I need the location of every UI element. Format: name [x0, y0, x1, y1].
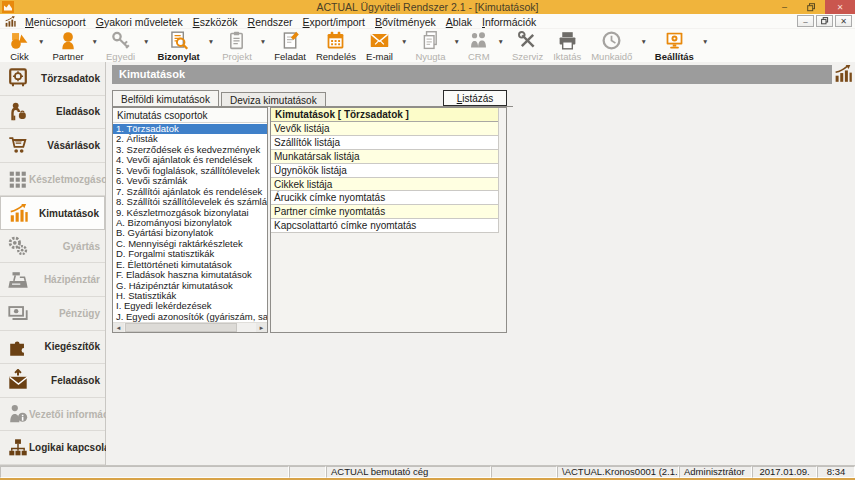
group-item-e-elettorteneti-kimutatasok[interactable]: E. Élettörténeti kimutatások	[113, 260, 267, 270]
dropdown-arrow-icon[interactable]: ▼	[398, 38, 410, 45]
group-item-5-vevoi-foglalasok-szallitolevelek[interactable]: 5. Vevői foglalások, szállítólevelek	[113, 166, 267, 176]
toolbar-e-mail[interactable]: E-mail	[361, 29, 398, 62]
app-logo-icon	[2, 1, 14, 13]
group-item-i-egyedi-lekerdezesek[interactable]: I. Egyedi lekérdezések	[113, 301, 267, 311]
sidebar-item-label: Gyártás	[63, 241, 100, 252]
scroll-left-icon[interactable]: ◄	[113, 323, 124, 332]
mdi-close-icon[interactable]: ✕	[835, 15, 852, 27]
minimize-icon[interactable]: –	[771, 0, 798, 14]
menu-rendszer[interactable]: Rendszer	[243, 16, 298, 28]
sidebar-item-logikai-kapcsolat[interactable]: Logikai kapcsolat	[0, 431, 105, 465]
sidebar-item-feladasok[interactable]: Feladások	[0, 364, 105, 398]
group-item-2-arlistak[interactable]: 2. Árlisták	[113, 134, 267, 144]
content-area: TörzsadatokEladásokVásárlásokKészletmozg…	[0, 62, 855, 465]
window-title: ACTUAL Ügyviteli Rendszer 2.1 - [Kimutat…	[0, 0, 855, 14]
sidebar-item-gyartas: Gyártás	[0, 230, 105, 264]
toolbar-crm: CRM	[463, 29, 495, 62]
report-item-munkatarsak-listaja[interactable]: Munkatársak listája	[271, 150, 498, 164]
mdi-restore-icon[interactable]	[816, 15, 833, 27]
group-item-6-vevoi-szamlak[interactable]: 6. Vevői számlák	[113, 176, 267, 186]
toolbar-munkaido: Munkaidő	[586, 29, 637, 62]
sidebar-item-kimutatasok[interactable]: Kimutatások	[0, 196, 105, 230]
sidebar-item-vezetoi-informacio: Vezetői információ	[0, 398, 105, 432]
notepad-pencil-icon	[280, 30, 301, 51]
dropdown-arrow-icon[interactable]: ▼	[140, 38, 152, 45]
sidebar-item-torzsadatok[interactable]: Törzsadatok	[0, 62, 105, 96]
menu-menucsoport[interactable]: Menücsoport	[20, 16, 91, 28]
dropdown-arrow-icon[interactable]: ▼	[699, 38, 711, 45]
report-item-ugynokok-listaja[interactable]: Ügynökök listája	[271, 164, 498, 178]
group-item-h-statisztikak[interactable]: H. Statisztikák	[113, 291, 267, 301]
sidebar-item-vasarlasok[interactable]: Vásárlások	[0, 129, 105, 163]
menu-bovitmenyek[interactable]: Bővítmények	[370, 16, 441, 28]
menu-items: MenücsoportGyakori műveletekEszközökRend…	[20, 12, 541, 30]
toolbar-bizonylat[interactable]: Bizonylat	[153, 29, 205, 62]
dropdown-arrow-icon[interactable]: ▼	[205, 38, 217, 45]
group-item-7-szallitoi-ajanlatok-es-rendelesek[interactable]: 7. Szállítói ajánlatok és rendelések	[113, 187, 267, 197]
tab-belfoldi-kimutatasok[interactable]: Belföldi kimutatások	[112, 90, 219, 107]
sidebar-item-keszletmozgasok: Készletmozgások	[0, 163, 105, 197]
group-item-b-gyartasi-bizonylatok[interactable]: B. Gyártási bizonylatok	[113, 228, 267, 238]
dropdown-arrow-icon[interactable]: ▼	[35, 38, 47, 45]
listazas-button[interactable]: Listázás	[443, 90, 507, 106]
toolbar-rendeles[interactable]: Rendelés	[311, 29, 361, 62]
dropdown-arrow-icon[interactable]: ▼	[257, 38, 269, 45]
dropdown-arrow-icon[interactable]: ▼	[451, 38, 463, 45]
sidebar-item-eladasok[interactable]: Eladások	[0, 96, 105, 130]
menu-eszkozok[interactable]: Eszközök	[188, 16, 243, 28]
report-item-cikkek-listaja[interactable]: Cikkek listája	[271, 178, 498, 192]
dropdown-arrow-icon[interactable]: ▼	[637, 38, 649, 45]
group-item-8-szallitoi-szallitolevelek-es-szamlak[interactable]: 8. Szállítói szállítólevelek és számlák	[113, 197, 267, 207]
cash-register-icon	[7, 268, 31, 292]
report-item-partner-cimke-nyomtatas[interactable]: Partner címke nyomtatás	[271, 205, 498, 219]
status-empty-3	[491, 466, 557, 478]
toolbar-feladat[interactable]: Feladat	[269, 29, 311, 62]
group-item-a-bizomanyosi-bizonylatok[interactable]: A. Bizományosi bizonylatok	[113, 218, 267, 228]
report-item-arucikk-cimke-nyomtatas[interactable]: Árucikk címke nyomtatás	[271, 191, 498, 205]
dropdown-arrow-icon[interactable]: ▼	[495, 38, 507, 45]
menu-export-import[interactable]: Export/import	[298, 16, 370, 28]
menu-gyakori-muveletek[interactable]: Gyakori műveletek	[91, 16, 188, 28]
group-item-j-egyedi-azonositok-gyariszam-sarzs[interactable]: J. Egyedi azonosítók (gyáriszám, sarzs)	[113, 312, 267, 322]
report-item-kapcsolattarto-cimke-nyomtatas[interactable]: Kapcsolattartó címke nyomtatás	[271, 219, 498, 233]
group-item-3-szerzodesek-es-kedvezmenyek[interactable]: 3. Szerződések és kedvezmények	[113, 145, 267, 155]
sidebar-item-penzugy: Pénzügy	[0, 297, 105, 331]
group-item-c-mennyisegi-raktarkeszletek[interactable]: C. Mennyiségi raktárkészletek	[113, 239, 267, 249]
toolbar-cikk[interactable]: Cikk	[4, 29, 35, 62]
report-item-szallitok-listaja[interactable]: Szállítók listája	[271, 136, 498, 150]
status-empty-1	[0, 466, 289, 478]
sidebar-item-kiegeszitok[interactable]: Kiegészítők	[0, 331, 105, 365]
group-item-9-keszletmozgasok-bizonylatai[interactable]: 9. Készletmozgások bizonylatai	[113, 208, 267, 218]
toolbar-partner[interactable]: Partner	[47, 29, 88, 62]
group-item-1-torzsadatok[interactable]: 1. Törzsadatok	[113, 124, 267, 134]
report-item-vevok-listaja[interactable]: Vevők listája	[271, 122, 498, 136]
scroll-right-icon[interactable]: ►	[256, 323, 267, 332]
sidebar-item-label: Kimutatások	[39, 208, 99, 219]
sidebar-item-hazipenztar: Házipénztár	[0, 263, 105, 297]
groups-panel: Kimutatás csoportok 1. Törzsadatok2. Árl…	[112, 107, 268, 333]
group-item-4-vevoi-ajanlatok-es-rendelesek[interactable]: 4. Vevői ajánlatok és rendelések	[113, 155, 267, 165]
mdi-minimize-icon[interactable]: –	[797, 15, 814, 27]
dropdown-arrow-icon[interactable]: ▼	[89, 38, 101, 45]
tab-deviza-kimutatasok[interactable]: Deviza kimutatások	[221, 92, 326, 107]
sidebar-item-label: Feladások	[51, 375, 100, 386]
horizontal-scrollbar[interactable]: ◄ ►	[113, 322, 267, 332]
receipt-icon	[420, 30, 441, 51]
close-icon[interactable]: ✕	[825, 0, 855, 14]
toolbar-label: Projekt	[222, 51, 252, 62]
scrollbar-thumb[interactable]	[125, 323, 237, 332]
group-item-f-eladasok-haszna-kimutatasok[interactable]: F. Eladások haszna kimutatások	[113, 270, 267, 280]
restore-icon[interactable]	[798, 0, 825, 14]
group-item-g-hazipenztar-kimutatasok[interactable]: G. Házipénztár kimutatások	[113, 281, 267, 291]
toolbar-projekt: Projekt	[217, 29, 257, 62]
hierarchy-icon	[7, 436, 29, 460]
status-empty-2	[289, 466, 326, 478]
status-time: 8:34	[817, 466, 855, 478]
status-user: Adminisztrátor	[679, 466, 752, 478]
menu-informaciok[interactable]: Információk	[477, 16, 541, 28]
sidebar: TörzsadatokEladásokVásárlásokKészletmozg…	[0, 62, 106, 465]
money-icon	[7, 301, 31, 325]
toolbar-beallitas[interactable]: Beállítás	[650, 29, 699, 62]
menu-ablak[interactable]: Ablak	[441, 16, 477, 28]
group-item-d-forgalmi-statisztikak[interactable]: D. Forgalmi statisztikák	[113, 249, 267, 259]
